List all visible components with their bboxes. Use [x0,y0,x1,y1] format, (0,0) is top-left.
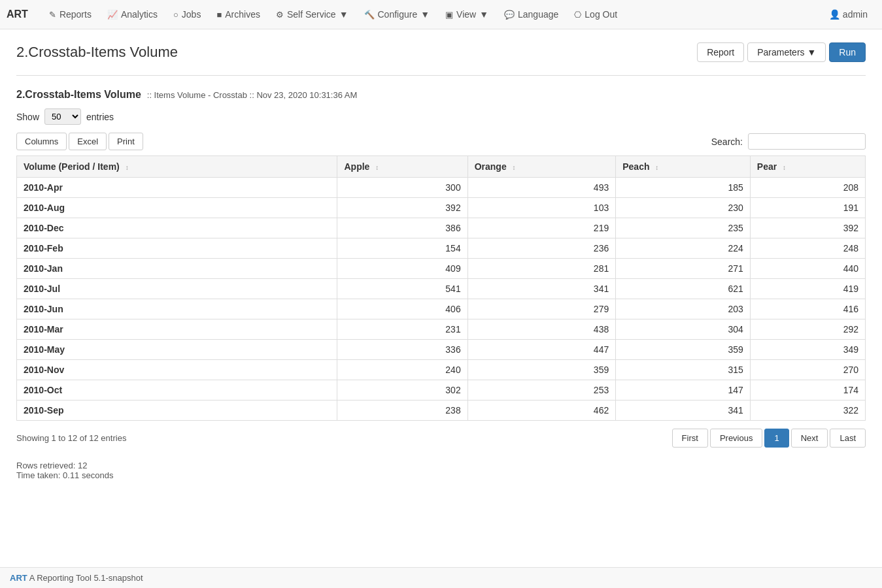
col-apple[interactable]: Apple ↕ [337,156,467,178]
cell-period: 2010-Oct [17,380,337,400]
show-label: Show [16,112,39,122]
sort-icon-apple: ↕ [375,164,379,171]
nav-analytics-label: Analytics [121,9,158,20]
cell-orange: 359 [467,360,616,380]
cell-orange: 462 [467,400,616,421]
table-row: 2010-May 336 447 359 349 [17,340,866,360]
table-row: 2010-Aug 392 103 230 191 [17,198,866,218]
entries-select[interactable]: 10 25 50 100 [44,108,81,125]
table-btn-group: Columns Excel Print [16,133,143,150]
cell-orange: 236 [467,238,616,259]
nav-jobs[interactable]: ○ Jobs [165,0,209,29]
cell-orange: 281 [467,259,616,279]
nav-view[interactable]: ▣ View ▼ [437,0,496,29]
header-row: Volume (Period / Item) ↕ Apple ↕ Orange … [17,156,866,178]
table-row: 2010-Mar 231 438 304 292 [17,319,866,340]
nav-archives[interactable]: ■ Archives [209,0,268,29]
cell-peach: 341 [616,400,751,421]
cell-period: 2010-Jul [17,279,337,299]
cell-peach: 185 [616,178,751,198]
cell-apple: 541 [337,279,467,299]
cell-apple: 406 [337,299,467,319]
previous-button[interactable]: Previous [710,429,763,448]
cell-pear: 349 [750,340,865,360]
cell-period: 2010-Jun [17,299,337,319]
cell-peach: 203 [616,299,751,319]
col-orange[interactable]: Orange ↕ [467,156,616,178]
page-title: 2.Crosstab-Items Volume [16,44,178,61]
print-button[interactable]: Print [109,133,143,150]
cell-orange: 341 [467,279,616,299]
report-button[interactable]: Report [697,42,744,62]
table-controls: Columns Excel Print Search: [16,133,866,150]
cell-peach: 315 [616,360,751,380]
table-row: 2010-Jun 406 279 203 416 [17,299,866,319]
nav-analytics[interactable]: 📈 Analytics [99,0,165,29]
cell-pear: 208 [750,178,865,198]
table-head: Volume (Period / Item) ↕ Apple ↕ Orange … [17,156,866,178]
next-button[interactable]: Next [791,429,828,448]
cell-peach: 224 [616,238,751,259]
cell-apple: 231 [337,319,467,340]
divider [16,75,866,76]
run-button[interactable]: Run [829,42,866,62]
time-taken: Time taken: 0.11 seconds [16,470,866,480]
entries-suffix: entries [86,112,114,122]
configure-icon: 🔨 [364,10,375,20]
page-1-button[interactable]: 1 [764,429,789,448]
first-button[interactable]: First [672,429,708,448]
table-row: 2010-Apr 300 493 185 208 [17,178,866,198]
col-pear[interactable]: Pear ↕ [750,156,865,178]
nav-language[interactable]: 💬 Language [496,0,566,29]
nav-self-service[interactable]: ⚙ Self Service ▼ [268,0,356,29]
report-header: 2.Crosstab-Items Volume :: Items Volume … [16,89,866,101]
cell-peach: 147 [616,380,751,400]
nav-right: 👤 admin [821,1,875,27]
cell-apple: 302 [337,380,467,400]
cell-pear: 270 [750,360,865,380]
cell-apple: 240 [337,360,467,380]
sort-icon-period: ↕ [126,164,129,171]
logout-icon: ⎔ [574,10,581,20]
excel-button[interactable]: Excel [69,133,107,150]
sort-icon-pear: ↕ [783,164,786,171]
cell-period: 2010-Sep [17,400,337,421]
cell-orange: 438 [467,319,616,340]
nav-jobs-label: Jobs [182,9,201,20]
cell-pear: 419 [750,279,865,299]
cell-orange: 447 [467,340,616,360]
report-meta: :: Items Volume - Crosstab :: Nov 23, 20… [147,90,358,100]
nav-configure-label: Configure [378,9,418,20]
title-buttons: Report Parameters ▼ Run [697,42,866,62]
table-row: 2010-Jan 409 281 271 440 [17,259,866,279]
cell-apple: 409 [337,259,467,279]
nav-self-service-label: Self Service [287,9,336,20]
sort-icon-peach: ↕ [655,164,658,171]
brand[interactable]: ART [7,8,28,20]
parameters-button[interactable]: Parameters ▼ [747,42,826,62]
cell-orange: 493 [467,178,616,198]
cell-peach: 304 [616,319,751,340]
columns-button[interactable]: Columns [16,133,67,150]
configure-caret-icon: ▼ [420,9,430,20]
cell-pear: 440 [750,259,865,279]
last-button[interactable]: Last [830,429,866,448]
nav-configure[interactable]: 🔨 Configure ▼ [356,0,438,29]
nav-archives-label: Archives [225,9,260,20]
data-table: Volume (Period / Item) ↕ Apple ↕ Orange … [16,155,866,421]
cell-orange: 279 [467,299,616,319]
nav-logout[interactable]: ⎔ Log Out [566,0,625,29]
cell-pear: 322 [750,400,865,421]
search-input[interactable] [748,133,866,150]
table-body: 2010-Apr 300 493 185 208 2010-Aug 392 10… [17,178,866,421]
cell-pear: 248 [750,238,865,259]
page-title-row: 2.Crosstab-Items Volume Report Parameter… [16,42,866,62]
self-service-caret-icon: ▼ [339,9,348,20]
self-service-icon: ⚙ [276,10,284,20]
col-period[interactable]: Volume (Period / Item) ↕ [17,156,337,178]
table-row: 2010-Oct 302 253 147 174 [17,380,866,400]
navbar: ART ✎ Reports 📈 Analytics ○ Jobs ■ Archi… [0,0,882,29]
col-peach[interactable]: Peach ↕ [616,156,751,178]
cell-orange: 103 [467,198,616,218]
nav-reports[interactable]: ✎ Reports [41,0,99,29]
